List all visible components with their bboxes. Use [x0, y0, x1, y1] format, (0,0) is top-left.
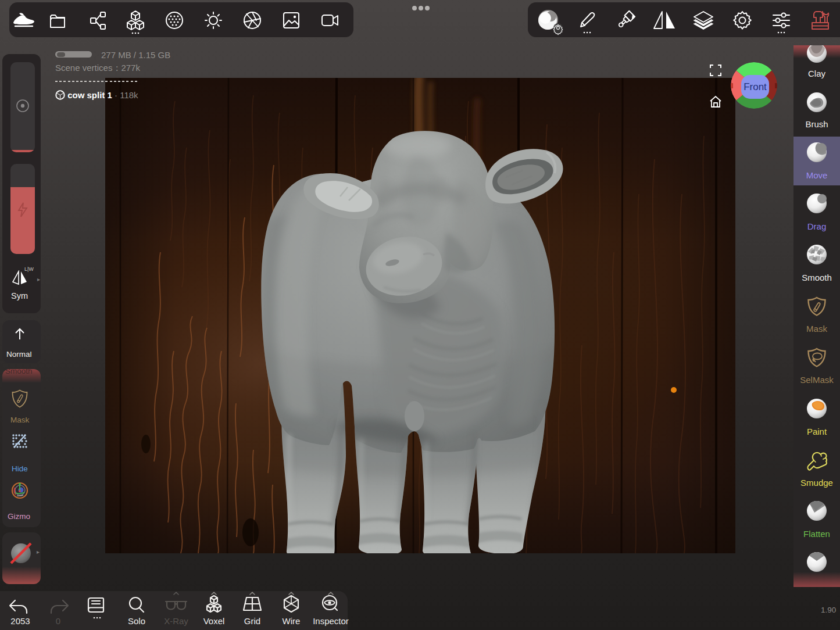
svg-text:Front: Front [744, 81, 767, 92]
